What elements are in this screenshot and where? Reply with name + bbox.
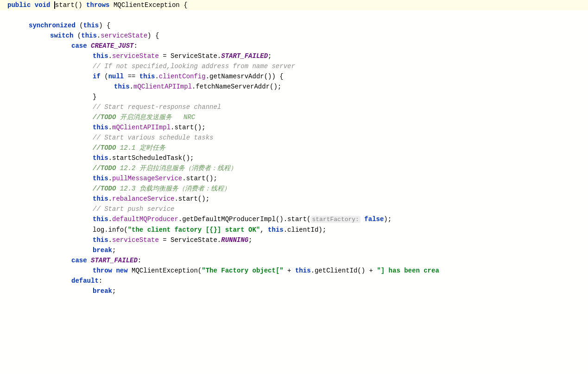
token: throws (86, 1, 109, 9)
code-line: this.defaultMQProducer.getDefaultMQProdu… (0, 214, 588, 225)
token: . (108, 216, 112, 223)
token: if (93, 73, 101, 80)
token: + (284, 267, 295, 274)
token: serviceState (112, 52, 159, 60)
token: . (108, 236, 112, 244)
code-line: break; (0, 245, 588, 255)
code-content: this.rebalanceService.start(); (93, 194, 209, 204)
token (87, 257, 91, 264)
token: .fetchNameServerAddr(); (192, 83, 281, 90)
token: break (93, 247, 112, 254)
token: this (83, 22, 99, 29)
token: } (93, 93, 96, 101)
token: default (71, 277, 99, 285)
token: ; (112, 247, 116, 254)
code-line: log.info("the client factory [{}] start … (0, 225, 588, 235)
token: serviceState (112, 236, 159, 244)
token: START_FAILED (91, 257, 138, 264)
token: .getDefaultMQProducerImpl().start( (178, 216, 311, 223)
token: MQClientException { (110, 1, 188, 9)
todo-keyword: //TODO (93, 144, 116, 152)
token: ; (112, 287, 116, 295)
token: . (155, 73, 158, 80)
token: .startScheduledTask(); (108, 154, 194, 162)
todo-keyword: //TODO (93, 165, 116, 172)
code-line: throw new MQClientException("The Factory… (0, 266, 588, 276)
token: rebalanceService (112, 195, 174, 203)
token: //TODO 12.2 开启拉消息服务（消费者：线程） (93, 165, 237, 172)
token: .start(); (182, 175, 217, 182)
code-content: //TODO 12.1 定时任务 (93, 143, 165, 153)
token: serviceState (101, 32, 147, 39)
token: // Start various schedule tasks (93, 134, 213, 141)
token: : (138, 257, 141, 264)
token: // Start push service (93, 205, 174, 213)
token: "] has been crea (377, 267, 439, 274)
token: . (108, 195, 112, 203)
code-content: default: (71, 276, 102, 286)
token: this (93, 216, 108, 223)
code-line: switch (this.serviceState) { (0, 31, 588, 41)
code-line: // Start push service (0, 204, 588, 214)
code-line: //TODO 12.2 开启拉消息服务（消费者：线程） (0, 163, 588, 173)
token: mQClientAPIImpl (112, 124, 171, 131)
token: clientConfig (159, 73, 206, 80)
code-content: // Start request-response channel (93, 102, 221, 112)
token: switch (50, 32, 73, 39)
code-line: // Start request-response channel (0, 102, 588, 112)
code-line: this.serviceState = ServiceState.RUNNING… (0, 235, 588, 245)
todo-text: 12.3 负载均衡服务（消费者：线程） (116, 185, 230, 192)
token: null (108, 73, 124, 80)
token: .start(); (174, 195, 209, 203)
token: .start(); (171, 124, 206, 131)
token: . (108, 124, 112, 131)
token: this (139, 73, 155, 80)
token: public (7, 1, 31, 9)
token: this (93, 124, 108, 131)
token: . (108, 52, 112, 60)
todo-text: 12.2 开启拉消息服务（消费者：线程） (116, 165, 236, 172)
token: . (97, 32, 101, 39)
token (87, 42, 91, 50)
token: MQClientException( (128, 267, 202, 274)
code-content: break; (93, 286, 116, 296)
code-content: break; (93, 245, 116, 255)
code-content: synchronized (this) { (29, 20, 110, 31)
token: // Start request-response channel (93, 103, 221, 111)
code-line: //TODO 12.3 负载均衡服务（消费者：线程） (0, 184, 588, 194)
token: this (81, 32, 97, 39)
code-content: // If not specified,looking address from… (93, 61, 295, 71)
token: case (71, 42, 87, 50)
todo-text: 12.1 定时任务 (116, 144, 165, 152)
code-line: if (null == this.clientConfig.getNamesrv… (0, 71, 588, 82)
token: // If not specified,looking address from… (93, 63, 295, 70)
token: this (93, 154, 108, 162)
token: //TODO 开启消息发送服务 NRC (93, 114, 195, 121)
token: .getClientId() + (311, 267, 377, 274)
code-content: log.info("the client factory [{}] start … (93, 225, 326, 235)
token: .getNamesrvAddr()) { (206, 73, 284, 80)
code-line: this.mQClientAPIImpl.start(); (0, 122, 588, 133)
code-content: switch (this.serviceState) { (50, 31, 159, 41)
code-line: case CREATE_JUST: (0, 41, 588, 51)
token: //TODO 12.3 负载均衡服务（消费者：线程） (93, 185, 230, 192)
token: this (295, 267, 311, 274)
code-line: this.rebalanceService.start(); (0, 194, 588, 204)
token: () (75, 1, 86, 9)
token: defaultMQProducer (112, 216, 178, 223)
token: this (93, 236, 108, 244)
token: = ServiceState. (159, 236, 221, 244)
token: break (93, 287, 112, 295)
code-editor: public void start() throws MQClientExcep… (0, 0, 588, 374)
code-content: // Start push service (93, 204, 174, 214)
token: ( (73, 32, 81, 39)
code-content: //TODO 开启消息发送服务 NRC (93, 112, 195, 122)
code-content: //TODO 12.2 开启拉消息服务（消费者：线程） (93, 163, 237, 173)
token: startFactory: (311, 216, 360, 223)
token: pullMessageService (112, 175, 182, 182)
code-content: this.serviceState = ServiceState.START_F… (93, 51, 272, 61)
code-content: } (93, 92, 96, 102)
token: ( (76, 22, 83, 29)
code-content: if (null == this.clientConfig.getNamesrv… (93, 71, 284, 82)
token: : (133, 42, 137, 50)
